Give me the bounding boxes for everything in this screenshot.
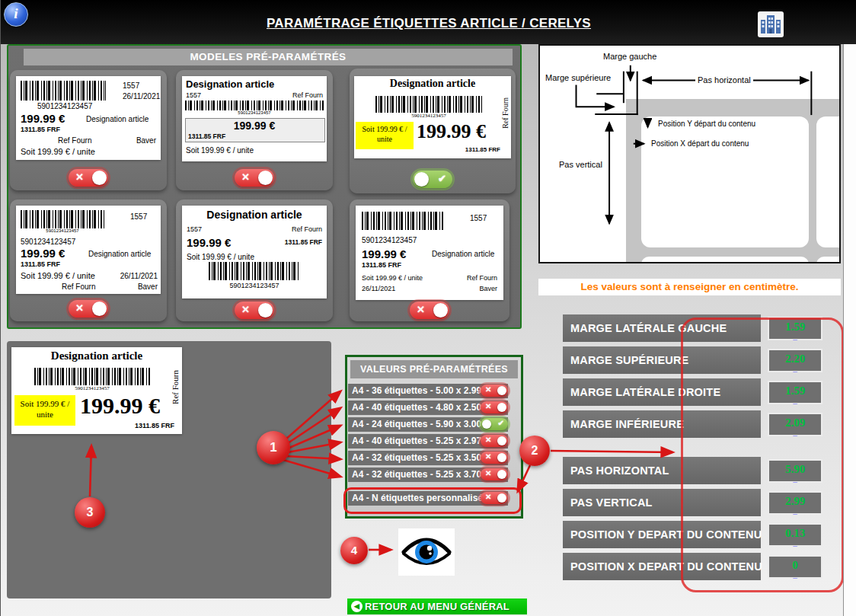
label-ref: Ref Fourn — [467, 274, 497, 282]
toggle-x-icon: ✕ — [485, 452, 491, 461]
buildings-icon[interactable] — [758, 11, 784, 37]
template-6-toggle[interactable]: ✕ — [410, 302, 449, 319]
annotation-circle-2: 2 — [519, 436, 550, 466]
cursor-mark: _ — [769, 399, 821, 401]
template-card-4: 5901234123457 1557 5901234123457 199.99 … — [10, 199, 167, 321]
preset-4-toggle[interactable]: ✕ — [481, 435, 508, 447]
back-button-label: RETOUR AU MENU GÉNÉRAL — [365, 601, 509, 612]
param-value-marge-superieure[interactable]: 2.20_ — [768, 349, 822, 372]
toggle-knob — [497, 470, 506, 479]
toggle-x-icon: ✕ — [75, 302, 84, 314]
cursor-mark: _ — [769, 541, 821, 544]
label-ean: 5901234123457 — [37, 102, 92, 110]
toggle-x-icon: ✕ — [241, 304, 250, 315]
param-value-position-y[interactable]: 0.13_ — [768, 523, 822, 547]
label-ref: Ref Fourn — [501, 97, 509, 129]
toggle-x-icon: ✕ — [417, 304, 425, 315]
label-code: 1557 — [123, 81, 139, 90]
label-ref: Ref Fourn — [171, 370, 180, 404]
models-panel-header: MODELES PRÉ-PARAMÉTRÉS — [24, 49, 513, 65]
param-label-marge-droite: MARGE LATÉRALE DROITE — [563, 378, 761, 406]
annotation-circle-3: 3 — [75, 497, 105, 528]
label-ean: 5901234123457 — [362, 236, 417, 244]
label-designation: Designation article — [11, 349, 182, 362]
toggle-knob — [497, 386, 506, 395]
barcode — [209, 262, 300, 280]
page: i PARAMÉTRAGE ÉTIQUETTES ARTICLE / CEREL… — [0, 0, 856, 616]
annotation-circle-4: 4 — [340, 537, 368, 564]
param-value-marge-inferieure[interactable]: 2.09_ — [768, 413, 822, 436]
page-title: PARAMÉTRAGE ÉTIQUETTES ARTICLE / CERELYS — [1, 16, 856, 31]
preset-7-toggle[interactable]: ✕ — [481, 492, 508, 504]
param-value-marge-gauche[interactable]: 1.59_ — [768, 317, 822, 340]
toggle-knob — [497, 436, 506, 445]
preview-panel: Designation article 5901234123457 Soit 1… — [7, 341, 331, 598]
toggle-x-icon: ✕ — [485, 436, 491, 444]
label-supplier: Baver — [479, 285, 497, 292]
param-value-pas-vertical[interactable]: 2.99_ — [768, 491, 822, 515]
label-price: 199.99 € — [362, 247, 406, 260]
param-label-position-y: POSITION Y DEPART DU CONTENU — [563, 521, 761, 548]
template-1-toggle[interactable]: ✕ — [69, 169, 108, 187]
param-label-marge-inferieure: MARGE INFÉRIEURE — [563, 410, 761, 438]
article-label-6: 1557 5901234123457 199.99 € Designation … — [356, 206, 503, 300]
diagram-label-cell-row2 — [641, 257, 809, 263]
label-frf: 1311.85 FRF — [135, 422, 174, 429]
cursor-mark: _ — [769, 509, 821, 512]
template-5-toggle[interactable]: ✕ — [235, 302, 274, 319]
preset-3-toggle[interactable]: ✔ — [481, 418, 508, 430]
label-unit-price: Soit 199.99 € / unite — [21, 147, 95, 156]
diagram-marge-superieure: Marge supérieure — [543, 73, 613, 82]
label-ref: Ref Fourn — [62, 282, 95, 291]
toggle-x-icon: ✕ — [75, 171, 84, 183]
article-label-4: 5901234123457 1557 5901234123457 199.99 … — [16, 206, 161, 294]
preset-2-toggle[interactable]: ✕ — [481, 401, 508, 413]
preset-5-toggle[interactable]: ✕ — [481, 452, 508, 464]
label-frf: 1311.85 FRF — [362, 261, 401, 269]
toggle-check-icon: ✔ — [498, 419, 504, 427]
label-date: 26/11/2021 — [120, 272, 158, 280]
label-designation: Designation article — [354, 78, 511, 90]
label-frf: 1311.85 FRF — [21, 260, 60, 268]
label-ean: 5901234123457 — [182, 110, 327, 115]
label-price: 199.99 € — [187, 236, 231, 249]
margins-diagram: Marge gauche Marge supérieure Pas horizo… — [538, 44, 841, 263]
toggle-knob — [414, 172, 429, 187]
label-ean: 5901234123457 — [21, 238, 75, 246]
template-4-toggle[interactable]: ✕ — [69, 300, 108, 318]
eye-icon[interactable] — [398, 528, 455, 576]
preset-6-toggle[interactable]: ✕ — [481, 468, 508, 480]
cursor-mark: _ — [769, 573, 821, 576]
label-designation: Designation article — [182, 209, 327, 221]
barcode — [375, 96, 482, 113]
label-unit-price: Soit 199.99 € / unite — [21, 271, 95, 280]
label-unit-price: Soit 199.99 € / unite — [186, 146, 254, 155]
label-price: 199.99 € — [417, 120, 486, 143]
barcode — [362, 212, 444, 230]
toggle-knob — [92, 302, 107, 316]
toggle-x-icon: ✕ — [485, 385, 491, 394]
preset-1-toggle[interactable]: ✕ — [481, 385, 508, 397]
template-2-toggle[interactable]: ✕ — [235, 169, 274, 187]
label-frf: 1311.85 FRF — [285, 238, 322, 246]
template-3-toggle[interactable]: ✔ — [413, 171, 452, 188]
param-value-position-x[interactable]: 0_ — [768, 555, 822, 579]
label-date: 26/11/2021 — [362, 285, 395, 292]
back-to-menu-button[interactable]: ◀ RETOUR AU MENU GÉNÉRAL — [347, 598, 527, 614]
param-value-pas-horizontal[interactable]: 5.90_ — [768, 459, 822, 483]
presets-header: VALEURS PRÉ-PARAMÉTRÉES — [350, 360, 518, 378]
template-card-6: 1557 5901234123457 199.99 € Designation … — [350, 199, 509, 321]
buildings-glyph — [761, 15, 781, 34]
diagram-pas-horizontal: Pas horizontal — [695, 75, 753, 85]
article-label-5: Designation article 1557 Ref Fourn 199.9… — [182, 206, 327, 298]
label-ean-small: 5901234123457 — [21, 228, 104, 233]
toggle-knob — [482, 420, 491, 429]
label-designation: Designation article — [86, 115, 149, 123]
label-ean: 5901234123457 — [209, 282, 300, 289]
toggle-x-icon: ✕ — [485, 493, 491, 501]
toggle-knob — [258, 171, 273, 185]
param-value-marge-droite[interactable]: 1.59_ — [768, 381, 822, 404]
title-bar: i PARAMÉTRAGE ÉTIQUETTES ARTICLE / CEREL… — [1, 0, 856, 44]
barcode — [185, 101, 324, 110]
right-margin — [843, 44, 856, 616]
